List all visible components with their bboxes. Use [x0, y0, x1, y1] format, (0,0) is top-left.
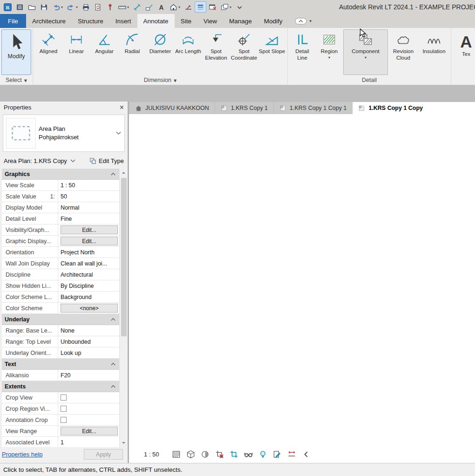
- tool-spot-slope-button[interactable]: Spot Slope: [258, 29, 286, 75]
- tab-modify[interactable]: Modify: [258, 14, 289, 28]
- default-3d-view-button[interactable]: ▾: [168, 1, 182, 13]
- tool-angular-button[interactable]: Angular: [90, 29, 118, 75]
- panel-label-dimension[interactable]: Dimension▾: [33, 75, 287, 85]
- tab-insert[interactable]: Insert: [109, 14, 137, 28]
- collapse-button[interactable]: [301, 449, 311, 459]
- property-value[interactable]: Edit...: [58, 224, 119, 235]
- close-icon[interactable]: ×: [120, 104, 124, 111]
- tool-spot-coordinate-button[interactable]: Spot Coordinate: [230, 29, 258, 75]
- undo-button[interactable]: ▾: [50, 1, 65, 13]
- section-underlay[interactable]: Underlay: [2, 314, 119, 325]
- property-value[interactable]: [58, 415, 119, 425]
- checkbox[interactable]: [61, 417, 67, 423]
- tool-insulation-button[interactable]: Insulation: [419, 29, 449, 75]
- redo-button[interactable]: ▾: [65, 1, 80, 13]
- print-button[interactable]: [80, 1, 92, 13]
- property-value[interactable]: 50: [58, 191, 119, 202]
- edit-button[interactable]: Edit...: [61, 237, 118, 245]
- property-value[interactable]: Clean all wall joi...: [58, 258, 119, 269]
- customize-qat-button[interactable]: [234, 1, 245, 13]
- property-value[interactable]: 1 : 50: [58, 180, 119, 190]
- crop-region-button[interactable]: [229, 449, 239, 459]
- tab-site[interactable]: Site: [175, 14, 197, 28]
- view-tab[interactable]: 1.KRS Copy 1: [215, 102, 273, 114]
- checkbox[interactable]: [61, 406, 67, 412]
- property-value[interactable]: [58, 403, 119, 414]
- detail-level-button[interactable]: [171, 449, 181, 459]
- crop-view-button[interactable]: [215, 449, 224, 459]
- property-value[interactable]: Look up: [58, 347, 119, 358]
- view-scale-button[interactable]: 1 : 50: [144, 451, 159, 458]
- property-value[interactable]: Edit...: [58, 236, 119, 246]
- tool-arc-length-button[interactable]: Arc Length: [174, 29, 202, 75]
- revit-logo-button[interactable]: R: [2, 1, 14, 13]
- section-extents[interactable]: Extents: [2, 381, 119, 392]
- tool-diameter-button[interactable]: Diameter: [146, 29, 174, 75]
- tool-spot-elevation-button[interactable]: Spot Elevation: [202, 29, 230, 75]
- tag-button[interactable]: [143, 1, 155, 13]
- shadows-button[interactable]: [200, 449, 210, 459]
- open-button[interactable]: [26, 1, 38, 13]
- tool-component-button[interactable]: Component▾: [343, 29, 388, 75]
- property-value[interactable]: 1: [58, 437, 119, 447]
- aligned-dimension-button[interactable]: [131, 1, 143, 13]
- property-value[interactable]: Unbounded: [58, 336, 119, 347]
- tab-view[interactable]: View: [197, 14, 223, 28]
- edit-button[interactable]: Edit...: [61, 225, 118, 234]
- tool-region-button[interactable]: Region▾: [315, 29, 343, 75]
- instance-selector[interactable]: Area Plan: 1.KRS Copy: [4, 157, 75, 164]
- visual-style-button[interactable]: [186, 449, 196, 459]
- sync-button[interactable]: [92, 1, 104, 13]
- temporary-hide-isolate-button[interactable]: [244, 449, 253, 459]
- property-value[interactable]: Edit...: [58, 426, 119, 436]
- text-button[interactable]: A: [156, 1, 167, 13]
- property-value[interactable]: By Discipline: [58, 280, 119, 291]
- property-value[interactable]: Architectural: [58, 269, 119, 280]
- tool-linear-button[interactable]: Linear: [62, 29, 90, 75]
- thin-lines-button[interactable]: [195, 1, 206, 13]
- edit-type-button[interactable]: Edit Type: [89, 157, 124, 164]
- home-button[interactable]: [14, 1, 26, 13]
- scrollbar-thumb[interactable]: [121, 178, 127, 336]
- checkbox[interactable]: [61, 394, 67, 401]
- tool-aligned-button[interactable]: Aligned: [34, 29, 62, 75]
- switch-windows-button[interactable]: ▾: [219, 1, 233, 13]
- ribbon-options-caret-icon[interactable]: ▾: [309, 19, 312, 23]
- apply-button[interactable]: Apply: [84, 449, 123, 460]
- type-selector[interactable]: Area Plan Pohjapiirrokset: [3, 115, 125, 152]
- tool-modify-button[interactable]: Modify: [1, 29, 31, 75]
- measure-button[interactable]: ▾: [116, 1, 131, 13]
- measure-pin-button[interactable]: [104, 1, 116, 13]
- tool-detail-line-button[interactable]: Detail Line: [289, 29, 315, 75]
- section-text[interactable]: Text: [2, 359, 119, 370]
- save-button[interactable]: [38, 1, 50, 13]
- ribbon-cycle-button[interactable]: [295, 18, 307, 25]
- reveal-hidden-button[interactable]: [258, 449, 268, 459]
- temporary-view-properties-button[interactable]: [272, 449, 282, 459]
- reveal-constraints-button[interactable]: [287, 449, 297, 459]
- property-value[interactable]: Normal: [58, 202, 119, 213]
- view-tab[interactable]: 1.KRS Copy 1 Copy 1: [274, 102, 352, 114]
- properties-help-link[interactable]: Properties help: [2, 451, 42, 458]
- property-value[interactable]: Fine: [58, 213, 119, 224]
- value-button[interactable]: <none>: [61, 304, 118, 313]
- section-graphics[interactable]: Graphics: [2, 169, 119, 180]
- scroll-down-icon[interactable]: [120, 439, 128, 447]
- property-value[interactable]: [58, 392, 119, 403]
- property-value[interactable]: <none>: [58, 303, 119, 313]
- tool-radial-button[interactable]: Radial: [118, 29, 146, 75]
- panel-label-select[interactable]: Select▾: [0, 75, 33, 85]
- tab-file[interactable]: File: [0, 14, 26, 28]
- close-hidden-windows-button[interactable]: [207, 1, 218, 13]
- tab-annotate[interactable]: Annotate: [137, 14, 175, 28]
- properties-scrollbar[interactable]: [119, 169, 128, 447]
- tool-text-button[interactable]: ATex: [453, 29, 475, 75]
- property-value[interactable]: Background: [58, 292, 119, 302]
- property-value[interactable]: None: [58, 325, 119, 336]
- scroll-up-icon[interactable]: [120, 169, 128, 177]
- tab-structure[interactable]: Structure: [72, 14, 109, 28]
- edit-button[interactable]: Edit...: [61, 427, 118, 435]
- drawing-canvas[interactable]: 1 : 50: [129, 114, 475, 463]
- tool-revision-cloud-button[interactable]: Revision Cloud: [388, 29, 419, 75]
- section-button[interactable]: [183, 1, 194, 13]
